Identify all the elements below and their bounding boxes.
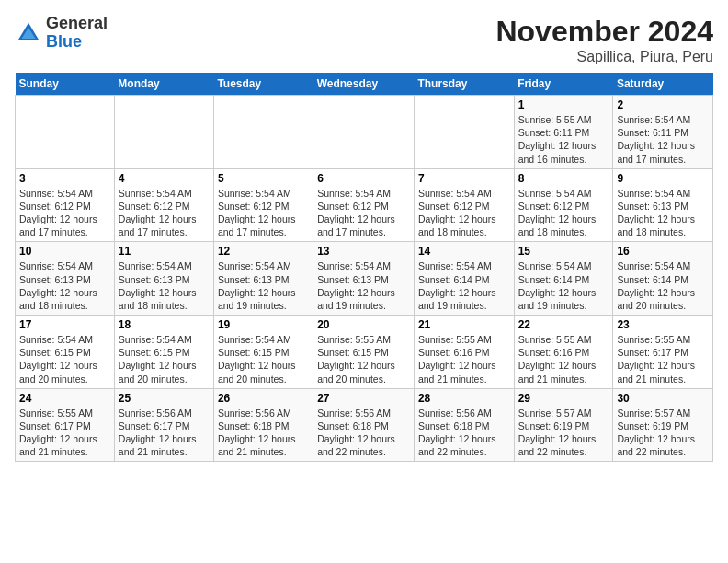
calendar-cell: 3Sunrise: 5:54 AM Sunset: 6:12 PM Daylig… <box>16 168 115 242</box>
day-number: 5 <box>218 172 309 185</box>
calendar-week-1: 1Sunrise: 5:55 AM Sunset: 6:11 PM Daylig… <box>16 96 713 169</box>
calendar-cell: 12Sunrise: 5:54 AM Sunset: 6:13 PM Dayli… <box>213 242 313 316</box>
day-info: Sunrise: 5:54 AM Sunset: 6:12 PM Dayligh… <box>218 187 309 239</box>
day-number: 6 <box>317 172 410 185</box>
day-info: Sunrise: 5:54 AM Sunset: 6:15 PM Dayligh… <box>218 333 309 385</box>
title-block: November 2024 Sapillica, Piura, Peru <box>495 15 713 65</box>
day-info: Sunrise: 5:54 AM Sunset: 6:13 PM Dayligh… <box>317 259 410 312</box>
day-info: Sunrise: 5:55 AM Sunset: 6:17 PM Dayligh… <box>617 333 709 385</box>
day-info: Sunrise: 5:55 AM Sunset: 6:16 PM Dayligh… <box>418 333 510 385</box>
day-number: 29 <box>518 392 609 405</box>
calendar-cell: 9Sunrise: 5:54 AM Sunset: 6:13 PM Daylig… <box>613 168 713 242</box>
calendar-cell: 13Sunrise: 5:54 AM Sunset: 6:13 PM Dayli… <box>313 242 415 316</box>
day-number: 22 <box>518 318 609 331</box>
day-info: Sunrise: 5:54 AM Sunset: 6:15 PM Dayligh… <box>119 333 210 385</box>
day-number: 26 <box>218 392 309 405</box>
calendar-cell: 6Sunrise: 5:54 AM Sunset: 6:12 PM Daylig… <box>313 168 415 242</box>
calendar-week-4: 17Sunrise: 5:54 AM Sunset: 6:15 PM Dayli… <box>16 316 713 389</box>
calendar-cell: 25Sunrise: 5:56 AM Sunset: 6:17 PM Dayli… <box>114 388 213 462</box>
calendar-cell: 24Sunrise: 5:55 AM Sunset: 6:17 PM Dayli… <box>16 388 115 462</box>
calendar-cell <box>414 96 514 169</box>
day-number: 12 <box>218 245 309 258</box>
calendar-body: 1Sunrise: 5:55 AM Sunset: 6:11 PM Daylig… <box>16 96 713 462</box>
weekday-header-saturday: Saturday <box>613 73 713 96</box>
day-number: 25 <box>119 392 210 405</box>
calendar-week-3: 10Sunrise: 5:54 AM Sunset: 6:13 PM Dayli… <box>16 242 713 316</box>
day-info: Sunrise: 5:54 AM Sunset: 6:14 PM Dayligh… <box>418 259 510 312</box>
day-info: Sunrise: 5:54 AM Sunset: 6:13 PM Dayligh… <box>19 259 110 312</box>
day-number: 17 <box>19 318 110 331</box>
calendar-cell: 19Sunrise: 5:54 AM Sunset: 6:15 PM Dayli… <box>213 316 313 389</box>
day-info: Sunrise: 5:55 AM Sunset: 6:16 PM Dayligh… <box>518 333 609 385</box>
weekday-header-wednesday: Wednesday <box>313 73 415 96</box>
day-number: 13 <box>317 245 410 258</box>
day-number: 7 <box>418 172 510 185</box>
day-number: 15 <box>518 245 609 258</box>
day-number: 19 <box>218 318 309 331</box>
day-number: 21 <box>418 318 510 331</box>
calendar-cell: 10Sunrise: 5:54 AM Sunset: 6:13 PM Dayli… <box>16 242 115 316</box>
day-info: Sunrise: 5:55 AM Sunset: 6:17 PM Dayligh… <box>19 407 110 459</box>
calendar-cell: 28Sunrise: 5:56 AM Sunset: 6:18 PM Dayli… <box>414 388 514 462</box>
calendar-cell: 8Sunrise: 5:54 AM Sunset: 6:12 PM Daylig… <box>514 168 613 242</box>
weekday-header-sunday: Sunday <box>16 73 115 96</box>
day-info: Sunrise: 5:57 AM Sunset: 6:19 PM Dayligh… <box>518 407 609 459</box>
calendar-cell: 15Sunrise: 5:54 AM Sunset: 6:14 PM Dayli… <box>514 242 613 316</box>
page-header: General Blue November 2024 Sapillica, Pi… <box>15 15 713 65</box>
calendar-cell: 16Sunrise: 5:54 AM Sunset: 6:14 PM Dayli… <box>613 242 713 316</box>
calendar-cell: 14Sunrise: 5:54 AM Sunset: 6:14 PM Dayli… <box>414 242 514 316</box>
day-info: Sunrise: 5:54 AM Sunset: 6:12 PM Dayligh… <box>518 187 609 239</box>
day-number: 23 <box>617 318 709 331</box>
logo-general: General <box>46 14 108 32</box>
day-number: 18 <box>119 318 210 331</box>
day-info: Sunrise: 5:54 AM Sunset: 6:13 PM Dayligh… <box>119 259 210 312</box>
day-number: 1 <box>518 98 609 111</box>
calendar-cell: 29Sunrise: 5:57 AM Sunset: 6:19 PM Dayli… <box>514 388 613 462</box>
logo: General Blue <box>15 15 108 52</box>
calendar-cell: 20Sunrise: 5:55 AM Sunset: 6:15 PM Dayli… <box>313 316 415 389</box>
calendar-cell <box>114 96 213 169</box>
day-number: 30 <box>617 392 709 405</box>
calendar-table: SundayMondayTuesdayWednesdayThursdayFrid… <box>15 73 713 462</box>
calendar-cell: 26Sunrise: 5:56 AM Sunset: 6:18 PM Dayli… <box>213 388 313 462</box>
logo-icon <box>15 19 42 47</box>
calendar-week-5: 24Sunrise: 5:55 AM Sunset: 6:17 PM Dayli… <box>16 388 713 462</box>
day-number: 20 <box>317 318 410 331</box>
calendar-cell: 4Sunrise: 5:54 AM Sunset: 6:12 PM Daylig… <box>114 168 213 242</box>
calendar-cell: 2Sunrise: 5:54 AM Sunset: 6:11 PM Daylig… <box>613 96 713 169</box>
day-number: 2 <box>617 98 709 111</box>
day-number: 8 <box>518 172 609 185</box>
calendar-week-2: 3Sunrise: 5:54 AM Sunset: 6:12 PM Daylig… <box>16 168 713 242</box>
day-info: Sunrise: 5:54 AM Sunset: 6:14 PM Dayligh… <box>617 259 709 312</box>
day-number: 16 <box>617 245 709 258</box>
day-info: Sunrise: 5:56 AM Sunset: 6:17 PM Dayligh… <box>119 407 210 459</box>
day-number: 3 <box>19 172 110 185</box>
day-info: Sunrise: 5:54 AM Sunset: 6:13 PM Dayligh… <box>218 259 309 312</box>
day-info: Sunrise: 5:56 AM Sunset: 6:18 PM Dayligh… <box>218 407 309 459</box>
calendar-cell: 23Sunrise: 5:55 AM Sunset: 6:17 PM Dayli… <box>613 316 713 389</box>
day-number: 10 <box>19 245 110 258</box>
calendar-cell: 27Sunrise: 5:56 AM Sunset: 6:18 PM Dayli… <box>313 388 415 462</box>
day-info: Sunrise: 5:57 AM Sunset: 6:19 PM Dayligh… <box>617 407 709 459</box>
calendar-cell: 7Sunrise: 5:54 AM Sunset: 6:12 PM Daylig… <box>414 168 514 242</box>
calendar-cell: 30Sunrise: 5:57 AM Sunset: 6:19 PM Dayli… <box>613 388 713 462</box>
calendar-cell <box>313 96 415 169</box>
weekday-header-thursday: Thursday <box>414 73 514 96</box>
day-number: 24 <box>19 392 110 405</box>
calendar-cell: 18Sunrise: 5:54 AM Sunset: 6:15 PM Dayli… <box>114 316 213 389</box>
day-info: Sunrise: 5:54 AM Sunset: 6:12 PM Dayligh… <box>19 187 110 239</box>
day-info: Sunrise: 5:54 AM Sunset: 6:12 PM Dayligh… <box>317 187 410 239</box>
calendar-cell: 5Sunrise: 5:54 AM Sunset: 6:12 PM Daylig… <box>213 168 313 242</box>
day-number: 4 <box>119 172 210 185</box>
calendar-cell <box>16 96 115 169</box>
location: Sapillica, Piura, Peru <box>495 49 713 65</box>
day-info: Sunrise: 5:54 AM Sunset: 6:11 PM Dayligh… <box>617 113 709 166</box>
day-info: Sunrise: 5:54 AM Sunset: 6:12 PM Dayligh… <box>418 187 510 239</box>
weekday-header-monday: Monday <box>114 73 213 96</box>
calendar-header: SundayMondayTuesdayWednesdayThursdayFrid… <box>16 73 713 96</box>
calendar-cell: 1Sunrise: 5:55 AM Sunset: 6:11 PM Daylig… <box>514 96 613 169</box>
calendar-cell: 21Sunrise: 5:55 AM Sunset: 6:16 PM Dayli… <box>414 316 514 389</box>
weekday-header-tuesday: Tuesday <box>213 73 313 96</box>
calendar-cell <box>213 96 313 169</box>
weekday-header-row: SundayMondayTuesdayWednesdayThursdayFrid… <box>16 73 713 96</box>
